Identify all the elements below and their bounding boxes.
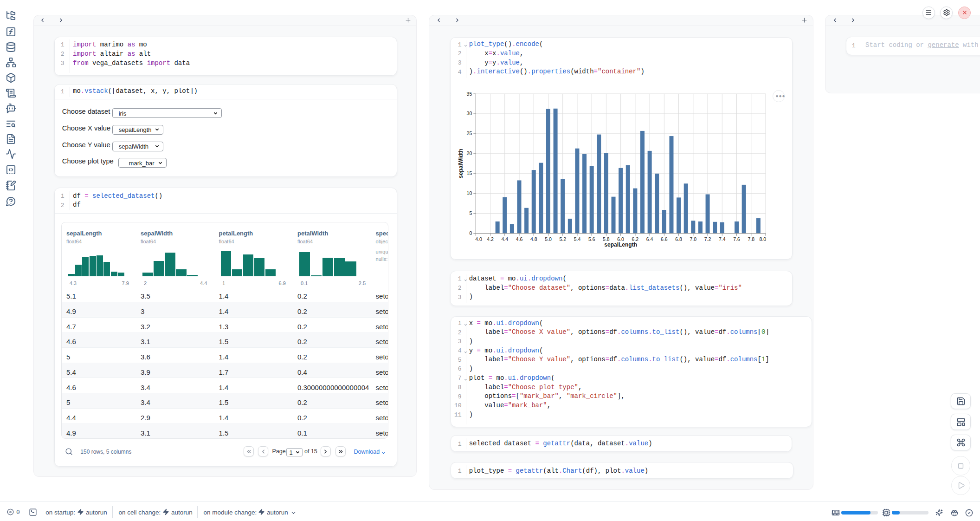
svg-text:5.4: 5.4 <box>574 236 581 242</box>
svg-text:15: 15 <box>467 170 472 176</box>
svg-text:sepalWidth: sepalWidth <box>458 149 464 178</box>
svg-text:5.2: 5.2 <box>559 236 566 242</box>
svg-text:7.6: 7.6 <box>733 236 740 242</box>
svg-text:7.4: 7.4 <box>719 236 726 242</box>
svg-text:0: 0 <box>469 230 472 236</box>
svg-text:7.0: 7.0 <box>690 236 697 242</box>
svg-text:4.6: 4.6 <box>516 236 523 242</box>
svg-text:sepalLength: sepalLength <box>604 241 637 248</box>
svg-text:5: 5 <box>469 210 472 216</box>
svg-text:30: 30 <box>467 111 472 116</box>
svg-text:35: 35 <box>467 91 472 97</box>
svg-text:10: 10 <box>467 190 472 196</box>
svg-text:8.0: 8.0 <box>759 236 766 242</box>
svg-text:4.0: 4.0 <box>475 236 482 242</box>
svg-text:6.6: 6.6 <box>661 236 668 242</box>
svg-text:20: 20 <box>467 150 472 156</box>
svg-text:4.2: 4.2 <box>487 236 494 242</box>
svg-text:5.6: 5.6 <box>588 236 595 242</box>
svg-text:4.8: 4.8 <box>530 236 537 242</box>
svg-text:25: 25 <box>467 130 472 136</box>
svg-text:6.8: 6.8 <box>675 236 682 242</box>
svg-text:7.8: 7.8 <box>748 236 754 242</box>
svg-text:7.2: 7.2 <box>704 236 711 242</box>
svg-text:4.4: 4.4 <box>501 236 508 242</box>
svg-text:6.4: 6.4 <box>646 236 653 242</box>
svg-text:5.0: 5.0 <box>545 236 552 242</box>
